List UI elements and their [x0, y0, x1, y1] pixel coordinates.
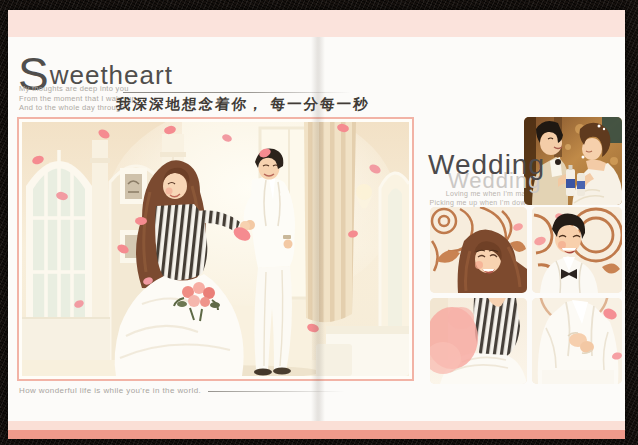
grid-photo-groom-face-illustration	[532, 207, 622, 293]
intro-line-1: My thoughts are deep into you	[19, 84, 136, 94]
bottom-light-pink-band	[8, 421, 625, 430]
decorative-rule-top	[123, 92, 351, 93]
grid-photo-groom-suit	[532, 298, 622, 384]
decorative-rule-bottom	[208, 391, 345, 392]
slogan-line-2: Picking me up when I'm down	[408, 199, 530, 208]
grid-photo-bride-face	[430, 207, 527, 293]
grid-photo-groom-suit-illustration	[532, 298, 622, 384]
main-photo-illustration	[22, 122, 409, 376]
album-spread: Sweetheart My thoughts are deep into you…	[8, 10, 625, 439]
grid-photo-bride-dress-illustration	[430, 298, 527, 384]
main-photo-bride-groom-holding-hands	[17, 117, 414, 381]
bottom-salmon-band	[8, 430, 625, 439]
grid-photo-bride-face-illustration	[430, 207, 527, 293]
right-page-title: Wedding	[428, 149, 545, 181]
grid-photo-groom-face	[532, 207, 622, 293]
grid-photo-bride-dress	[430, 298, 527, 384]
bottom-caption: How wonderful life is while you're in th…	[19, 386, 201, 395]
chinese-caption: 我深深地想念着你， 每一分每一秒	[115, 95, 370, 114]
top-pink-band	[8, 10, 625, 37]
